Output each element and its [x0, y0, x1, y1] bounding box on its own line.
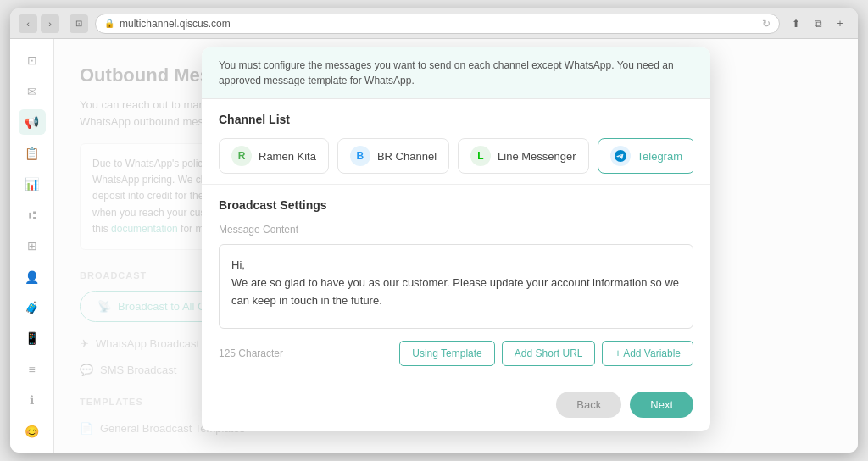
sidebar-icon-emoji[interactable]: 😊	[19, 419, 46, 444]
modal-next-button[interactable]: Next	[630, 392, 693, 418]
main-content: Outbound Message You can reach out to ma…	[54, 39, 858, 453]
sidebar-icon-tickets[interactable]: 🧳	[19, 295, 46, 320]
channel-item-line[interactable]: L Line Messenger	[458, 138, 589, 174]
sidebar: ⊡ ✉ 📢 📋 📊 ⑆ ⊞ 👤 🧳 📱 ≡ ℹ 😊	[10, 39, 54, 453]
add-short-url-button[interactable]: Add Short URL	[502, 341, 596, 366]
sidebar-icon-integrations[interactable]: ⑆	[19, 202, 46, 227]
sidebar-icon-broadcast[interactable]: 📢	[19, 109, 46, 135]
channel-list-section: Channel List R Ramen Kita B BR Channel	[202, 99, 710, 185]
broadcast-settings-title: Broadcast Settings	[219, 198, 693, 212]
share-button[interactable]: ⬆	[787, 14, 805, 33]
url-text: multichannel.qiscus.com	[120, 18, 231, 30]
line-channel-icon: L	[470, 146, 491, 166]
message-footer: 125 Character Using Template Add Short U…	[219, 341, 693, 366]
ramen-channel-label: Ramen Kita	[259, 150, 316, 163]
back-nav-button[interactable]: ‹	[19, 14, 37, 33]
br-channel-label: BR Channel	[377, 150, 437, 163]
modal-dialog: You must configure the messages you want…	[202, 47, 710, 431]
sidebar-icon-contacts[interactable]: 👤	[19, 264, 46, 289]
browser-content: ⊡ ✉ 📢 📋 📊 ⑆ ⊞ 👤 🧳 📱 ≡ ℹ 😊 Outbound Messa…	[10, 39, 858, 453]
sidebar-icon-reports[interactable]: 📋	[19, 140, 46, 165]
using-template-button[interactable]: Using Template	[399, 341, 495, 366]
forward-nav-button[interactable]: ›	[41, 14, 59, 33]
browser-window: ‹ › ⊡ 🔒 multichannel.qiscus.com ↻ ⬆ ⧉ + …	[10, 8, 858, 453]
nav-buttons: ‹ ›	[19, 14, 59, 33]
reload-button[interactable]: ↻	[762, 18, 771, 30]
br-channel-icon: B	[350, 146, 370, 166]
sidebar-icon-analytics[interactable]: 📊	[19, 171, 46, 197]
channel-item-telegram[interactable]: Telegram	[598, 138, 693, 174]
footer-buttons: Using Template Add Short URL + Add Varia…	[399, 341, 693, 366]
message-textarea[interactable]	[219, 244, 693, 329]
broadcast-settings-section: Broadcast Settings Message Content 125 C…	[202, 185, 710, 383]
message-content-label: Message Content	[219, 224, 693, 236]
modal-nav-buttons: Back Next	[202, 383, 710, 431]
sidebar-icon-apps[interactable]: ⊞	[19, 233, 46, 258]
telegram-channel-label: Telegram	[637, 150, 682, 163]
modal-overlay: You must configure the messages you want…	[54, 39, 858, 453]
modal-notice: You must configure the messages you want…	[202, 47, 710, 99]
sidebar-icon-mail[interactable]: ✉	[19, 78, 46, 103]
browser-actions: ⬆ ⧉ +	[787, 14, 849, 33]
sidebar-icon-home[interactable]: ⊡	[19, 47, 46, 73]
sidebar-icon-menu[interactable]: ≡	[19, 357, 46, 382]
new-tab-button[interactable]: +	[831, 14, 849, 33]
new-window-button[interactable]: ⧉	[809, 14, 827, 33]
ramen-channel-icon: R	[231, 146, 252, 166]
modal-back-button[interactable]: Back	[556, 392, 621, 418]
tab-button[interactable]: ⊡	[70, 14, 88, 33]
sidebar-icon-info[interactable]: ℹ	[19, 387, 46, 413]
channel-item-br[interactable]: B BR Channel	[337, 138, 449, 174]
channel-item-ramen[interactable]: R Ramen Kita	[219, 138, 329, 174]
telegram-channel-icon	[610, 146, 631, 166]
channel-list-title: Channel List	[219, 113, 693, 126]
char-count: 125 Character	[219, 347, 283, 359]
line-channel-label: Line Messenger	[498, 150, 576, 163]
address-bar[interactable]: 🔒 multichannel.qiscus.com ↻	[95, 14, 780, 34]
lock-icon: 🔒	[104, 19, 114, 28]
add-variable-button[interactable]: + Add Variable	[602, 341, 693, 366]
channel-list: R Ramen Kita B BR Channel L Line Messeng…	[219, 138, 693, 174]
browser-toolbar: ‹ › ⊡ 🔒 multichannel.qiscus.com ↻ ⬆ ⧉ +	[10, 8, 858, 39]
sidebar-icon-mobile[interactable]: 📱	[19, 325, 46, 351]
